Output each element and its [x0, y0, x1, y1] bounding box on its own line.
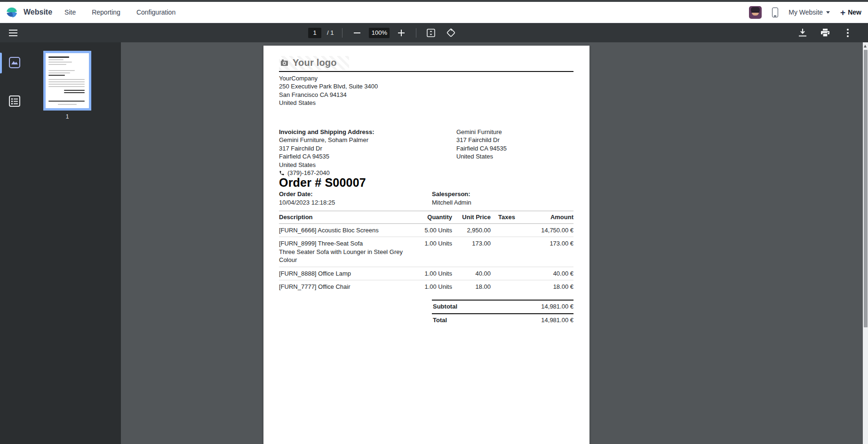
line-description: [FURN_8999] Three-Seat Sofa [279, 239, 409, 248]
page-thumbnail[interactable] [43, 51, 91, 111]
menu-reporting[interactable]: Reporting [91, 6, 121, 19]
menu-configuration[interactable]: Configuration [135, 6, 176, 19]
zoom-out-button[interactable] [349, 25, 365, 41]
page-count-label: / 1 [327, 29, 334, 36]
thumbnails-icon [8, 56, 21, 69]
new-button[interactable]: + New [840, 8, 861, 17]
line-description: [FURN_6666] Acoustic Bloc Screens [279, 226, 409, 235]
line-description: [FURN_8888] Office Lamp [279, 270, 409, 278]
header-description: Description [279, 211, 409, 224]
odoo-website-logo-icon [6, 6, 18, 18]
header-quantity: Quantity [409, 211, 452, 224]
selected-view-indicator [0, 53, 2, 73]
company-logo-placeholder: Your logo [279, 56, 349, 70]
invoicing-shipping-address: Invoicing and Shipping Address: Gemini F… [279, 128, 432, 177]
more-actions-button[interactable] [840, 25, 856, 41]
main-menu: Site Reporting Configuration [64, 6, 176, 19]
table-row: [FURN_7777] Office Chair 1.00 Units 18.0… [279, 280, 573, 293]
download-icon [799, 29, 806, 37]
pdf-page-zoom-controls: / 1 100% [308, 23, 459, 42]
address-line: Gemini Furniture, Soham Palmer [279, 136, 432, 144]
delivery-address: Gemini Furniture 317 Fairchild Dr Fairfi… [456, 128, 507, 177]
order-info-section: Order Date: 10/04/2023 12:18:25 Salesper… [279, 190, 573, 206]
fit-page-icon [427, 29, 435, 37]
thumbnails-view-button[interactable] [5, 53, 24, 72]
zoom-level[interactable]: 100% [369, 28, 390, 38]
zoom-in-button[interactable] [393, 25, 409, 41]
toolbar-divider [342, 28, 342, 38]
download-button[interactable] [795, 25, 811, 41]
print-button[interactable] [817, 25, 833, 41]
header-rule [279, 71, 573, 72]
line-unit-price: 2,950.00 [452, 223, 491, 237]
new-button-label: New [848, 8, 861, 16]
thumbnail-page-number: 1 [43, 113, 91, 120]
address-line: 317 Fairchild Dr [279, 144, 432, 153]
page-number-input[interactable] [308, 28, 321, 38]
mobile-preview-icon[interactable] [772, 8, 778, 17]
pdf-sidebar: 1 [0, 42, 121, 444]
addresses-section: Invoicing and Shipping Address: Gemini F… [279, 128, 573, 177]
scrollbar-thumb[interactable] [864, 50, 868, 327]
company-address-block: YourCompany 250 Executive Park Blvd, Sui… [279, 74, 573, 107]
line-quantity: 1.00 Units [409, 237, 452, 267]
toolbar-divider [416, 28, 416, 38]
table-row: [FURN_8999] Three-Seat Sofa Three Seater… [279, 237, 573, 267]
line-quantity: 1.00 Units [409, 267, 452, 280]
menu-site[interactable]: Site [64, 6, 77, 19]
vertical-scrollbar[interactable] [863, 42, 868, 444]
rotate-button[interactable] [443, 25, 459, 41]
company-name: YourCompany [279, 74, 573, 83]
header-taxes: Taxes [491, 211, 526, 224]
navbar: Website Site Reporting Configuration My … [0, 2, 868, 23]
subtotal-label: Subtotal [433, 302, 457, 311]
order-lines-table: Description Quantity Unit Price Taxes Am… [279, 211, 573, 293]
chevron-down-icon [826, 11, 830, 14]
line-amount: 40.00 € [526, 267, 573, 280]
address-line: Fairfield CA 94535 [279, 152, 432, 161]
user-avatar[interactable] [749, 6, 762, 19]
line-taxes [491, 237, 526, 267]
sidebar-toggle-button[interactable] [5, 25, 21, 41]
header-amount: Amount [526, 211, 573, 224]
total-label: Total [433, 316, 447, 325]
website-switcher-label: My Website [788, 8, 823, 16]
plus-icon [398, 30, 405, 36]
table-header-row: Description Quantity Unit Price Taxes Am… [279, 211, 573, 224]
invoicing-address-heading: Invoicing and Shipping Address: [279, 128, 432, 136]
pdf-toolbar: / 1 100% [0, 23, 868, 42]
header-unit-price: Unit Price [452, 211, 491, 224]
camera-icon [281, 59, 289, 66]
logo-text: Your logo [293, 59, 337, 67]
document-page: Your logo YourCompany 250 Executive Park… [263, 46, 589, 444]
address-line: United States [456, 152, 507, 161]
address-line: United States [279, 161, 432, 169]
line-quantity: 1.00 Units [409, 280, 452, 293]
page-thumbnail-preview [46, 53, 89, 108]
line-unit-price: 173.00 [452, 237, 491, 267]
document-outline-icon [8, 95, 21, 107]
hamburger-icon [9, 30, 17, 36]
fit-to-page-button[interactable] [423, 25, 439, 41]
line-taxes [491, 267, 526, 280]
address-line: Gemini Furniture [456, 128, 507, 136]
scroll-up-arrow-icon[interactable] [864, 45, 867, 48]
line-note: Three Seater Sofa with Lounger in Steel … [279, 248, 409, 264]
totals-section: Subtotal 14,981.00 € Total 14,981.00 € [432, 300, 573, 327]
line-amount: 173.00 € [526, 237, 573, 267]
plus-icon: + [840, 8, 845, 17]
order-date-label: Order Date: [279, 190, 432, 198]
company-city: San Francisco CA 94134 [279, 91, 573, 99]
salesperson-value: Mitchell Admin [432, 198, 471, 207]
line-taxes [491, 280, 526, 293]
subtotal-value: 14,981.00 € [541, 302, 573, 311]
pdf-workspace: 1 Your logo YourCompany 250 Executive Pa… [0, 42, 868, 444]
minus-icon [354, 32, 360, 33]
app-name[interactable]: Website [24, 8, 52, 16]
outline-view-button[interactable] [5, 91, 24, 111]
website-switcher[interactable]: My Website [788, 8, 830, 16]
line-amount: 18.00 € [526, 280, 573, 293]
company-country: United States [279, 99, 573, 107]
line-amount: 14,750.00 € [526, 223, 573, 237]
line-quantity: 5.00 Units [409, 223, 452, 237]
